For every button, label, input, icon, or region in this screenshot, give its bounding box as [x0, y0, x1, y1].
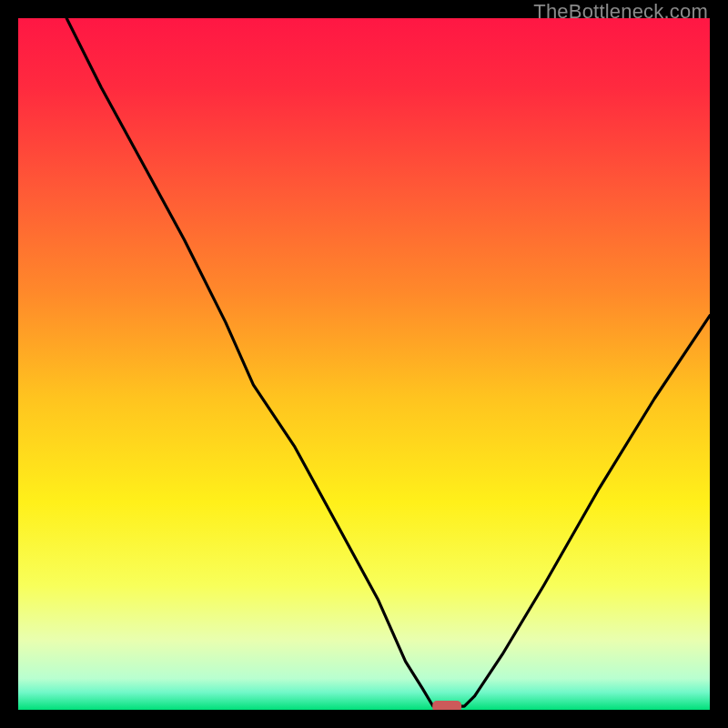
plot-area	[18, 18, 710, 710]
optimal-marker	[432, 701, 461, 710]
gradient-background	[18, 18, 710, 710]
chart-svg	[18, 18, 710, 710]
chart-frame: TheBottleneck.com	[0, 0, 728, 728]
